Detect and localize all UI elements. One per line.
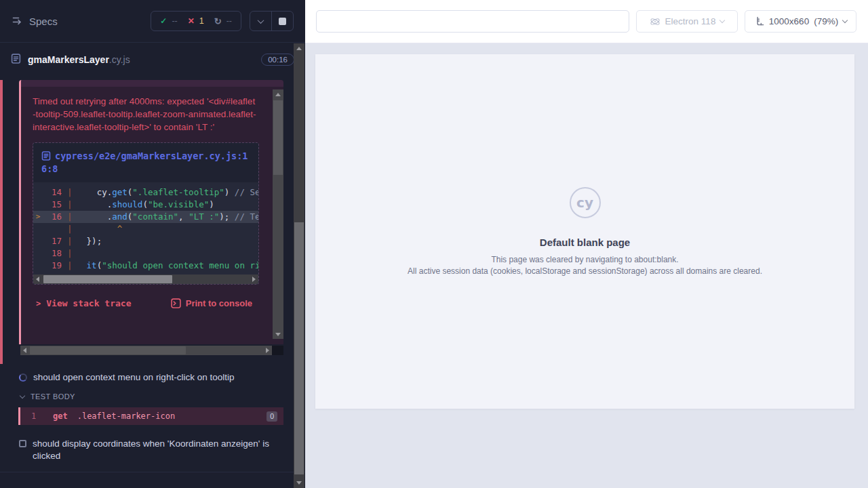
error-horizontal-scrollbar[interactable] <box>20 346 272 355</box>
code-line: >16| .and("contain", "LT :"); // Test <box>33 211 258 223</box>
scrollbar-corner <box>272 346 283 355</box>
failed-test-section: Timed out retrying after 4000ms: expecte… <box>0 80 305 364</box>
cypress-runner-window: Specs ✓ -- ✕ 1 ↻ -- <box>0 0 868 488</box>
running-spinner-icon <box>19 373 27 382</box>
scroll-down-arrow[interactable] <box>273 329 283 339</box>
scrollbar-thumb[interactable] <box>30 346 186 354</box>
spec-file-icon <box>11 54 21 66</box>
error-panel: Timed out retrying after 4000ms: expecte… <box>19 80 283 344</box>
stop-button[interactable] <box>272 12 293 30</box>
aut-header: Electron 118 1000x660 (79%) <box>305 0 868 43</box>
console-icon <box>171 298 181 308</box>
command-log-row[interactable]: 1 get .leaflet-marker-icon 0 <box>18 407 283 425</box>
stat-passed: ✓ -- <box>160 16 177 26</box>
command-number: 1 <box>31 411 45 421</box>
restart-icon: ↻ <box>214 16 222 26</box>
scroll-up-arrow[interactable] <box>294 43 304 54</box>
passed-count: -- <box>172 16 177 26</box>
code-frame: cypress/e2e/gmaMarkersLayer.cy.js:16:8 1… <box>33 142 259 285</box>
file-icon <box>41 151 51 161</box>
specs-menu[interactable]: Specs <box>12 15 58 28</box>
scroll-up-arrow[interactable] <box>273 89 283 99</box>
test-stats: ✓ -- ✕ 1 ↻ -- <box>151 11 241 31</box>
stat-pending: ↻ -- <box>214 16 232 26</box>
reporter-scrollbar[interactable] <box>294 43 304 488</box>
code-line: 17| }); <box>33 235 258 247</box>
viewport-zoom: (79%) <box>814 16 838 26</box>
pending-square-icon <box>19 440 26 447</box>
code-frame-lines: 14| cy.get(".leaflet-tooltip") // Sele15… <box>33 182 258 274</box>
viewport-selector[interactable]: 1000x660 (79%) <box>745 10 856 33</box>
spec-name: gmaMarkersLayer.cy.js <box>28 54 130 65</box>
chevron-down-icon <box>258 17 264 24</box>
error-message: Timed out retrying after 4000ms: expecte… <box>33 95 256 134</box>
blank-page-title: Default blank page <box>540 237 630 248</box>
browser-selector[interactable]: Electron 118 <box>636 10 738 33</box>
aut-stage: cy Default blank page This page was clea… <box>305 43 868 488</box>
stop-icon <box>279 18 286 25</box>
test-item-running[interactable]: should open context menu on right-click … <box>0 368 305 387</box>
scroll-down-arrow[interactable] <box>294 478 304 488</box>
error-panel-top-bar <box>21 80 283 87</box>
spec-timer: 00:16 <box>261 54 294 66</box>
scrollbar-thumb[interactable] <box>43 275 172 283</box>
blank-page-message-1: This page was cleared by navigating to a… <box>491 254 678 265</box>
electron-icon <box>650 16 660 27</box>
spec-row[interactable]: gmaMarkersLayer.cy.js 00:16 <box>0 43 305 77</box>
scroll-left-arrow[interactable] <box>20 346 29 355</box>
print-to-console-button[interactable]: Print to console <box>171 298 252 308</box>
chevron-down-icon <box>842 18 848 23</box>
runner-controls <box>250 11 294 31</box>
code-line: | ^ <box>33 223 258 235</box>
command-count-badge: 0 <box>267 411 277 422</box>
scroll-right-arrow[interactable] <box>263 346 272 355</box>
view-stack-trace-button[interactable]: > View stack trace <box>36 298 131 308</box>
scroll-right-arrow[interactable] <box>250 274 258 284</box>
scrollbar-thumb[interactable] <box>294 222 304 474</box>
stat-failed: ✕ 1 <box>188 16 204 26</box>
specs-menu-icon <box>12 15 22 28</box>
chevron-down-icon <box>719 18 725 23</box>
failed-indicator-strip <box>0 80 3 364</box>
cypress-logo: cy <box>570 187 601 218</box>
test-title: should open context menu on right-click … <box>33 371 234 384</box>
check-icon: ✓ <box>160 16 167 26</box>
browser-label: Electron 118 <box>665 16 716 26</box>
test-body-label: TEST BODY <box>31 392 75 401</box>
pending-count: -- <box>226 16 232 26</box>
test-title: should display coordinates when 'Koordin… <box>33 438 274 462</box>
error-file-link[interactable]: cypress/e2e/gmaMarkersLayer.cy.js:16:8 <box>33 143 258 182</box>
spec-extension: .cy.js <box>109 54 130 65</box>
code-horizontal-scrollbar[interactable] <box>33 274 258 284</box>
command-target: .leaflet-marker-icon <box>77 411 176 421</box>
test-item-pending[interactable]: should display coordinates when 'Koordin… <box>0 434 305 466</box>
collapse-button[interactable] <box>250 12 271 30</box>
test-body-toggle[interactable]: TEST BODY <box>0 388 305 405</box>
error-vertical-scrollbar[interactable] <box>273 89 283 339</box>
command-method: get <box>53 411 68 421</box>
x-icon: ✕ <box>188 16 195 26</box>
reporter-header: Specs ✓ -- ✕ 1 ↻ -- <box>0 0 305 43</box>
failed-count: 1 <box>199 16 204 26</box>
ruler-icon <box>754 16 764 26</box>
code-line: 15| .should("be.visible") <box>33 199 258 211</box>
scrollbar-thumb[interactable] <box>273 100 283 175</box>
list-separator <box>0 472 305 472</box>
code-line: 14| cy.get(".leaflet-tooltip") // Sele <box>33 186 258 199</box>
scroll-left-arrow[interactable] <box>33 274 42 284</box>
error-actions: > View stack trace Print to console <box>33 298 270 308</box>
code-line: 19| it("should open context menu on righ… <box>33 260 258 272</box>
chevron-right-icon: > <box>36 299 41 308</box>
aut-panel: Electron 118 1000x660 (79%) cy Default b… <box>305 0 868 488</box>
code-line: 18| <box>33 247 258 260</box>
specs-title: Specs <box>29 16 58 27</box>
reporter-panel: Specs ✓ -- ✕ 1 ↻ -- <box>0 0 305 488</box>
blank-page-message-2: All active session data (cookies, localS… <box>408 266 762 277</box>
aut-iframe: cy Default blank page This page was clea… <box>315 54 854 409</box>
viewport-size: 1000x660 <box>769 16 809 26</box>
url-input[interactable] <box>316 10 629 33</box>
chevron-down-icon <box>20 392 25 398</box>
